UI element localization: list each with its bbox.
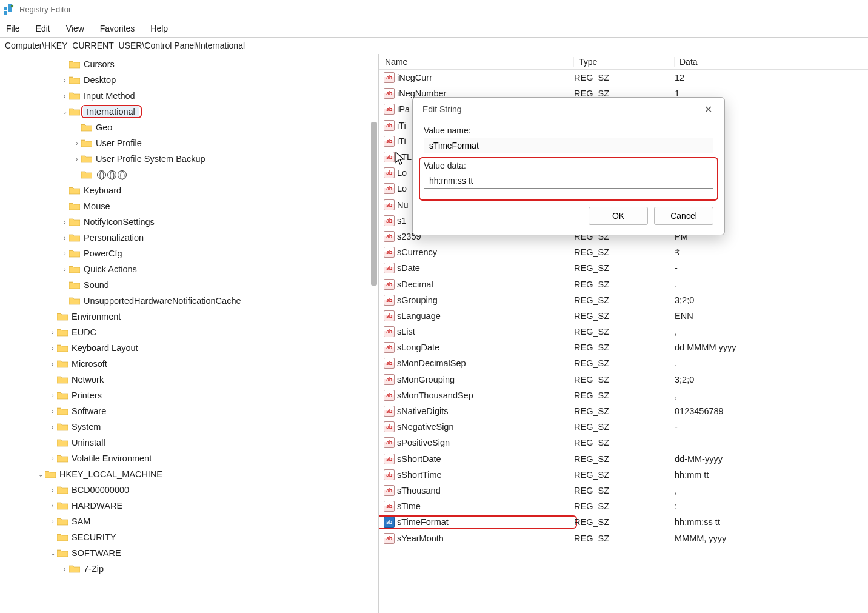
list-row[interactable]: absDecimalREG_SZ. — [379, 276, 868, 292]
menu-help[interactable]: Help — [150, 24, 168, 33]
chevron-right-icon[interactable]: › — [73, 139, 81, 147]
menu-file[interactable]: File — [6, 24, 20, 33]
list-row[interactable]: absMonGroupingREG_SZ3;2;0 — [379, 372, 868, 387]
chevron-down-icon[interactable]: ⌄ — [48, 549, 57, 557]
tree-node[interactable]: ›Software — [0, 403, 378, 419]
ok-button[interactable]: OK — [589, 207, 648, 225]
list-row[interactable]: absShortDateREG_SZdd-MM-yyyy — [379, 451, 868, 467]
chevron-right-icon[interactable]: › — [61, 265, 69, 273]
tree-node[interactable]: Keyboard — [0, 183, 378, 198]
tree-node-label: 7-Zip — [84, 564, 104, 574]
tree-node[interactable]: ›Input Method — [0, 88, 378, 104]
tree-node[interactable]: ›System — [0, 419, 378, 435]
string-value-icon: ab — [384, 136, 395, 147]
tree-node[interactable]: Cursors — [0, 56, 378, 72]
list-row[interactable]: absCurrencyREG_SZ₹ — [379, 244, 868, 260]
tree-node[interactable]: ›User Profile System Backup — [0, 151, 378, 167]
menu-favorites[interactable]: Favorites — [100, 24, 135, 33]
chevron-right-icon[interactable]: › — [48, 328, 57, 337]
address-bar[interactable]: Computer\HKEY_CURRENT_USER\Control Panel… — [0, 38, 868, 53]
list-row[interactable]: absMonThousandSepREG_SZ, — [379, 387, 868, 403]
tree-node[interactable]: Mouse — [0, 198, 378, 214]
chevron-right-icon[interactable]: › — [48, 360, 57, 368]
tree-node[interactable]: Environment — [0, 309, 378, 324]
chevron-right-icon[interactable]: › — [48, 344, 57, 352]
list-row[interactable]: absNegativeSignREG_SZ- — [379, 419, 868, 435]
chevron-right-icon[interactable]: › — [61, 76, 69, 84]
col-data[interactable]: Data — [675, 57, 868, 67]
tree-node[interactable]: ›Printers — [0, 387, 378, 403]
list-row[interactable]: abiNegCurrREG_SZ12 — [379, 70, 868, 85]
chevron-right-icon[interactable]: › — [48, 454, 57, 463]
tree-node[interactable]: ›EUDC — [0, 324, 378, 340]
list-row[interactable]: absDateREG_SZ- — [379, 260, 868, 276]
col-name[interactable]: Name — [379, 57, 574, 67]
tree-node[interactable]: ›Personalization — [0, 230, 378, 246]
list-row[interactable]: absYearMonthREG_SZMMMM, yyyy — [379, 530, 868, 546]
list-row[interactable]: absTimeREG_SZ: — [379, 498, 868, 514]
folder-icon — [57, 549, 68, 557]
tree-node[interactable]: SECURITY — [0, 529, 378, 545]
list-row[interactable]: absShortTimeREG_SZhh:mm tt — [379, 467, 868, 483]
tree-node[interactable]: Network — [0, 372, 378, 387]
list-row[interactable]: absLanguageREG_SZENN — [379, 308, 868, 324]
list-row[interactable]: absListREG_SZ, — [379, 324, 868, 340]
chevron-right-icon[interactable]: › — [61, 92, 69, 100]
chevron-right-icon[interactable]: › — [48, 501, 57, 510]
tree-node[interactable]: ›PowerCfg — [0, 246, 378, 261]
chevron-right-icon[interactable]: › — [61, 564, 69, 573]
chevron-right-icon[interactable]: › — [61, 249, 69, 258]
chevron-right-icon[interactable]: › — [48, 391, 57, 400]
chevron-right-icon[interactable]: › — [73, 155, 81, 163]
value-name-input[interactable] — [424, 138, 713, 153]
chevron-right-icon[interactable]: › — [61, 218, 69, 226]
tree-node[interactable]: ›Microsoft — [0, 356, 378, 372]
string-value-icon: ab — [384, 437, 395, 448]
tree-node[interactable]: ›Keyboard Layout — [0, 340, 378, 356]
list-row[interactable]: absTimeFormatREG_SZhh:mm:ss tt — [379, 514, 868, 530]
chevron-right-icon[interactable]: › — [61, 233, 69, 242]
tree-node[interactable]: ›User Profile — [0, 135, 378, 151]
list-row[interactable]: absMonDecimalSepREG_SZ. — [379, 355, 868, 371]
close-icon[interactable]: ✕ — [699, 101, 717, 118]
value-data: ₹ — [675, 247, 868, 257]
tree-node[interactable]: ›7-Zip — [0, 561, 378, 577]
tree-node-label: Mouse — [84, 201, 110, 211]
tree-node[interactable]: ›Volatile Environment — [0, 451, 378, 466]
tree-node[interactable]: ›SAM — [0, 514, 378, 529]
scrollbar-thumb[interactable] — [371, 122, 377, 286]
chevron-right-icon[interactable]: › — [48, 486, 57, 494]
tree-node[interactable] — [0, 167, 378, 183]
list-row[interactable]: absPositiveSignREG_SZ — [379, 435, 868, 451]
list-row[interactable]: absNativeDigitsREG_SZ0123456789 — [379, 403, 868, 419]
tree-node[interactable]: ⌄HKEY_LOCAL_MACHINE — [0, 466, 378, 482]
tree-node[interactable]: ⌄SOFTWARE — [0, 545, 378, 561]
chevron-down-icon[interactable]: ⌄ — [36, 470, 45, 478]
list-row[interactable]: absGroupingREG_SZ3;2;0 — [379, 292, 868, 308]
chevron-right-icon[interactable]: › — [48, 517, 57, 526]
chevron-down-icon[interactable]: ⌄ — [61, 107, 69, 116]
chevron-right-icon[interactable]: › — [48, 407, 57, 415]
string-value-icon: ab — [384, 104, 395, 115]
cancel-button[interactable]: Cancel — [654, 207, 713, 225]
tree-node[interactable]: ›Quick Actions — [0, 261, 378, 277]
tree-node[interactable]: ›Desktop — [0, 72, 378, 88]
value-data-input[interactable] — [424, 173, 713, 189]
folder-icon — [81, 170, 92, 179]
list-row[interactable]: absLongDateREG_SZdd MMMM yyyy — [379, 340, 868, 355]
tree-node[interactable]: Geo — [0, 119, 378, 135]
col-type[interactable]: Type — [574, 57, 675, 67]
value-name-label: Value name: — [424, 126, 713, 135]
tree-node[interactable]: UnsupportedHardwareNotificationCache — [0, 293, 378, 309]
menu-view[interactable]: View — [66, 24, 84, 33]
list-row[interactable]: absThousandREG_SZ, — [379, 483, 868, 498]
tree-node[interactable]: ›HARDWARE — [0, 498, 378, 514]
menu-edit[interactable]: Edit — [36, 24, 50, 33]
chevron-right-icon[interactable]: › — [48, 423, 57, 431]
tree-node[interactable]: ⌄International — [0, 104, 378, 119]
tree-pane[interactable]: Cursors›Desktop›Input Method⌄Internation… — [0, 54, 379, 613]
tree-node[interactable]: ›BCD00000000 — [0, 482, 378, 498]
tree-node[interactable]: Sound — [0, 277, 378, 293]
tree-node[interactable]: ›NotifyIconSettings — [0, 214, 378, 230]
tree-node[interactable]: Uninstall — [0, 435, 378, 451]
